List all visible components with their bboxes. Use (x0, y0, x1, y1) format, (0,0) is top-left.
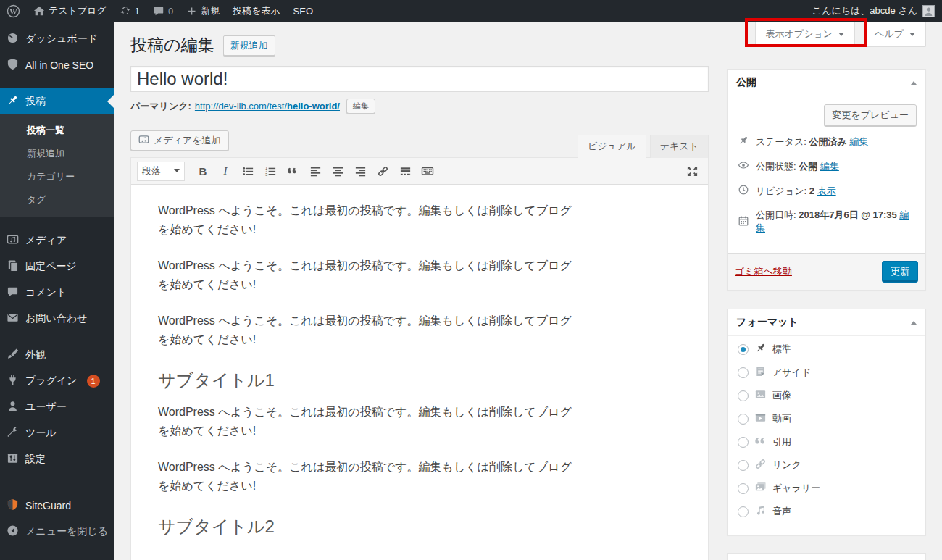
editor-container: 段落 B I 123 (130, 157, 709, 560)
radio-quote[interactable] (738, 437, 749, 448)
submenu-item-tags[interactable]: タグ (0, 188, 114, 212)
category-box: カテゴリー カテゴリー一覧 よく使うもの (727, 553, 926, 560)
update-button[interactable]: 更新 (882, 261, 918, 283)
sidebar-item-label: ユーザー (25, 401, 67, 414)
post-title-input[interactable] (130, 66, 709, 92)
fullscreen-button[interactable] (682, 162, 702, 181)
collapse-arrow-icon[interactable] (911, 318, 917, 325)
collapse-menu-button[interactable]: メニューを閉じる (0, 519, 114, 545)
format-box-body: 標準 アサイド 画像 (728, 336, 925, 535)
sidebar-item-label: All in One SEO (25, 59, 93, 71)
move-to-trash-link[interactable]: ゴミ箱へ移動 (735, 265, 792, 278)
link-button[interactable] (372, 162, 393, 181)
help-label: ヘルプ (875, 28, 904, 41)
sidebar-item-siteguard[interactable]: SiteGuard (0, 493, 114, 519)
sidebar-item-label: 設定 (25, 453, 46, 466)
align-right-button[interactable] (350, 162, 370, 181)
help-button[interactable]: ヘルプ (864, 22, 926, 47)
format-box-header[interactable]: フォーマット (728, 309, 925, 336)
publish-date-label: 公開日時: (756, 209, 796, 220)
sidebar-item-all-in-one-seo[interactable]: All in One SEO (0, 52, 114, 78)
page-header: 投稿の編集 新規追加 (130, 32, 709, 59)
format-option-video: 動画 (738, 411, 917, 426)
publish-box-body: 変更をプレビュー ステータス: 公開済み 編集 公開状態: 公開 編集 (728, 96, 925, 253)
greeting-text[interactable]: こんにちは、abcde さん (812, 4, 917, 17)
chevron-down-icon (909, 33, 915, 39)
align-center-button[interactable] (328, 162, 348, 181)
bullet-list-button[interactable] (238, 162, 258, 181)
radio-video[interactable] (738, 414, 749, 425)
plugin-icon (7, 374, 19, 388)
tab-visual[interactable]: ビジュアル (578, 135, 646, 158)
italic-button[interactable]: I (215, 162, 236, 181)
editor-content[interactable]: WordPress へようこそ。これは最初の投稿です。編集もしくは削除してブログ… (131, 185, 708, 560)
sidebar-item-tools[interactable]: ツール (0, 420, 114, 446)
submenu-item-categories[interactable]: カテゴリー (0, 165, 114, 188)
publish-box-header[interactable]: 公開 (728, 70, 925, 96)
sidebar-item-settings[interactable]: 設定 (0, 446, 114, 472)
updates-menu[interactable]: 1 (113, 0, 146, 22)
wordpress-logo-menu[interactable] (0, 0, 27, 22)
category-box-header[interactable]: カテゴリー (728, 554, 925, 560)
status-edit-link[interactable]: 編集 (849, 136, 868, 147)
submenu-item-all-posts[interactable]: 投稿一覧 (0, 119, 114, 142)
submenu-item-add-new[interactable]: 新規追加 (0, 142, 114, 165)
sidebar-item-contact[interactable]: お問い合わせ (0, 306, 114, 332)
comments-count: 0 (168, 6, 173, 17)
radio-audio[interactable] (738, 506, 749, 517)
comments-menu[interactable]: 0 (146, 0, 180, 22)
shield-icon (7, 58, 19, 72)
permalink-edit-button[interactable]: 編集 (346, 99, 375, 114)
radio-standard[interactable] (738, 344, 749, 355)
tab-text[interactable]: テキスト (650, 135, 709, 158)
blockquote-button[interactable] (283, 162, 303, 181)
image-icon (754, 388, 767, 403)
aside-icon (754, 365, 767, 380)
gallery-icon (754, 481, 767, 496)
numbered-list-button[interactable]: 123 (260, 162, 280, 181)
permalink-link[interactable]: http://dev-lib.com/test/hello-world/ (195, 101, 340, 112)
radio-aside[interactable] (738, 367, 749, 378)
avatar[interactable] (922, 5, 935, 17)
home-icon (33, 5, 45, 17)
sidebar-item-comments[interactable]: コメント (0, 280, 114, 306)
seo-menu[interactable]: SEO (287, 0, 320, 22)
radio-gallery[interactable] (738, 483, 749, 494)
collapse-arrow-icon[interactable] (911, 78, 917, 85)
sidebar-item-media[interactable]: メディア (0, 227, 114, 254)
status-row: ステータス: 公開済み 編集 (738, 135, 917, 149)
screen-options-button[interactable]: 表示オプション (755, 22, 856, 47)
view-post-menu[interactable]: 投稿を表示 (226, 0, 286, 22)
sidebar-item-pages[interactable]: 固定ページ (0, 254, 114, 280)
clock-icon (738, 184, 749, 198)
sidebar-item-users[interactable]: ユーザー (0, 394, 114, 420)
format-label: リンク (772, 459, 801, 472)
sidebar-item-label: ダッシュボード (25, 33, 98, 46)
editor-mode-tabs: ビジュアル テキスト (578, 135, 709, 158)
read-more-button[interactable] (395, 162, 415, 181)
new-content-menu[interactable]: 新規 (180, 0, 226, 22)
radio-image[interactable] (738, 390, 749, 401)
align-left-button[interactable] (305, 162, 325, 181)
admin-content: 表示オプション ヘルプ 投稿の編集 新規追加 パーマリンク: http://de… (114, 22, 942, 560)
paragraph-select[interactable]: 段落 (137, 162, 185, 181)
add-new-button[interactable]: 新規追加 (223, 35, 275, 56)
sidebar-item-plugins[interactable]: プラグイン 1 (0, 368, 114, 394)
sidebar-item-posts[interactable]: 投稿 (0, 88, 114, 114)
appearance-icon (7, 348, 19, 362)
sidebar-item-label: お問い合わせ (25, 312, 87, 325)
site-name-menu[interactable]: テストブログ (27, 0, 113, 22)
add-media-button[interactable]: メディアを追加 (130, 130, 229, 151)
add-media-icon (138, 134, 149, 147)
format-label: アサイド (772, 366, 811, 379)
sidebar-item-dashboard[interactable]: ダッシュボード (0, 26, 114, 52)
sidebar-item-appearance[interactable]: 外観 (0, 342, 114, 368)
radio-link[interactable] (738, 460, 749, 471)
revisions-view-link[interactable]: 表示 (817, 185, 836, 196)
admin-bar: テストブログ 1 0 新規 投稿を表示 SEO こんにちは、abcde (0, 0, 942, 22)
visibility-edit-link[interactable]: 編集 (820, 161, 839, 172)
bold-button[interactable]: B (193, 162, 213, 181)
subtitle-heading: サブタイトル1 (158, 368, 681, 393)
preview-changes-button[interactable]: 変更をプレビュー (824, 104, 917, 126)
toolbar-toggle-button[interactable] (417, 162, 438, 181)
